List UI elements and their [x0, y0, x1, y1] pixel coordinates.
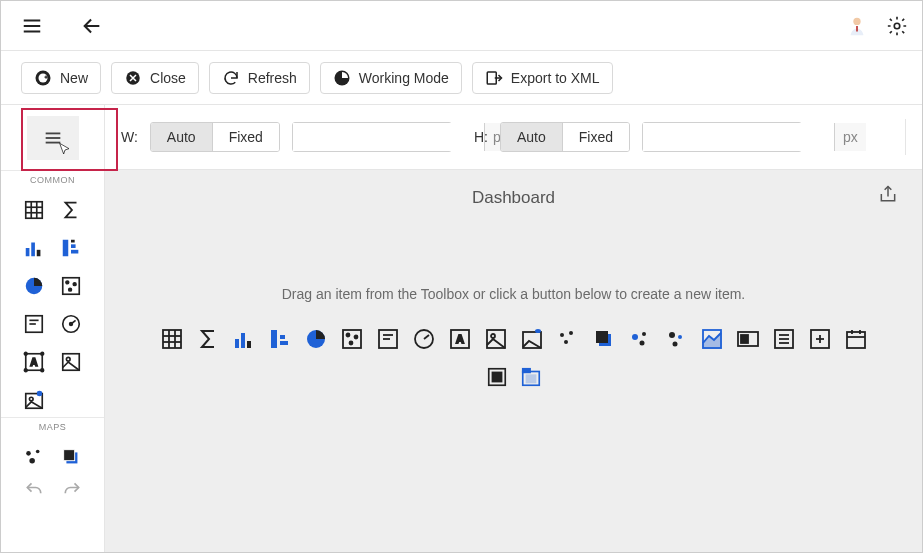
qc-sigma-icon[interactable]: [195, 326, 221, 352]
svg-point-76: [491, 334, 495, 338]
bound-image-tool-icon[interactable]: [15, 387, 53, 413]
svg-line-72: [424, 335, 429, 339]
svg-rect-61: [280, 335, 285, 339]
qc-textbox-icon[interactable]: [375, 326, 401, 352]
svg-point-49: [29, 458, 35, 464]
export-button[interactable]: Export to XML: [472, 62, 613, 94]
divider: [905, 119, 906, 155]
redo-icon[interactable]: [62, 480, 82, 500]
close-button[interactable]: Close: [111, 62, 199, 94]
qc-bound-image-icon[interactable]: [519, 326, 545, 352]
svg-point-66: [354, 336, 357, 339]
refresh-button[interactable]: Refresh: [209, 62, 310, 94]
svg-rect-106: [492, 372, 501, 381]
pie-chart-tool-icon[interactable]: [15, 273, 53, 299]
qc-tab-container-icon[interactable]: [520, 366, 542, 391]
svg-point-48: [36, 450, 40, 454]
back-icon[interactable]: [81, 15, 103, 37]
svg-point-67: [349, 342, 352, 345]
stacked-bar-tool-icon[interactable]: [53, 235, 91, 261]
canvas: Dashboard Drag an item from the Toolbox …: [105, 170, 922, 552]
svg-rect-60: [271, 330, 277, 348]
height-label: H:: [474, 129, 488, 145]
qc-area-chart-icon[interactable]: [699, 326, 725, 352]
svg-text:A: A: [30, 357, 38, 368]
working-mode-label: Working Mode: [359, 70, 449, 86]
qc-scatter-box-icon[interactable]: [339, 326, 365, 352]
new-button[interactable]: New: [21, 62, 101, 94]
qc-text-frame-icon[interactable]: A: [447, 326, 473, 352]
height-input[interactable]: [643, 123, 834, 151]
qc-grid-icon[interactable]: [159, 326, 185, 352]
undo-icon[interactable]: [24, 480, 44, 500]
qc-pie-icon[interactable]: [303, 326, 329, 352]
qc-card-icon[interactable]: [735, 326, 761, 352]
text-box-tool-icon[interactable]: [15, 311, 53, 337]
bar-chart-tool-icon[interactable]: [15, 235, 53, 261]
topbar-right: [846, 15, 908, 37]
width-label: W:: [121, 129, 138, 145]
width-input[interactable]: [293, 123, 484, 151]
sidebar-section-common: COMMON: [1, 170, 104, 189]
user-avatar[interactable]: [846, 15, 868, 37]
svg-point-28: [69, 288, 72, 291]
height-auto-button[interactable]: Auto: [501, 123, 562, 151]
svg-text:A: A: [456, 333, 464, 345]
share-icon[interactable]: [878, 184, 898, 207]
sigma-tool-icon[interactable]: [53, 197, 91, 223]
close-label: Close: [150, 70, 186, 86]
settings-icon[interactable]: [886, 15, 908, 37]
qc-gauge-icon[interactable]: [411, 326, 437, 352]
map-layers-tool-icon[interactable]: [53, 444, 91, 470]
toolbox-toggle-button[interactable]: [27, 116, 79, 160]
svg-rect-5: [856, 26, 858, 32]
svg-rect-21: [71, 244, 76, 248]
height-unit: px: [834, 123, 866, 151]
qc-add-box-icon[interactable]: [807, 326, 833, 352]
svg-point-88: [678, 335, 682, 339]
qc-stacked-bar-icon[interactable]: [267, 326, 293, 352]
svg-point-80: [569, 331, 573, 335]
svg-rect-59: [247, 341, 251, 348]
topbar: [1, 1, 922, 51]
svg-rect-25: [63, 278, 80, 295]
svg-rect-18: [31, 243, 35, 257]
gauge-tool-icon[interactable]: [53, 311, 91, 337]
qc-image-icon[interactable]: [483, 326, 509, 352]
grid-tool-icon[interactable]: [15, 197, 53, 223]
action-bar: New Close Refresh Working Mode Export to…: [1, 51, 922, 105]
scatter-box-tool-icon[interactable]: [53, 273, 91, 299]
svg-point-40: [41, 369, 44, 372]
qc-scatter-icon[interactable]: [555, 326, 581, 352]
svg-point-89: [672, 342, 677, 347]
svg-rect-83: [596, 331, 608, 343]
svg-point-85: [642, 332, 646, 336]
svg-point-86: [639, 341, 644, 346]
content: W: Auto Fixed px H: Auto Fixed px: [105, 105, 922, 552]
height-fixed-button[interactable]: Fixed: [562, 123, 629, 151]
svg-rect-19: [37, 250, 41, 256]
text-frame-tool-icon[interactable]: A: [15, 349, 53, 375]
image-tool-icon[interactable]: [53, 349, 91, 375]
qc-bar-chart-icon[interactable]: [231, 326, 257, 352]
svg-point-78: [535, 329, 541, 333]
map-scatter-tool-icon[interactable]: [15, 444, 53, 470]
menu-icon[interactable]: [21, 15, 43, 37]
svg-point-65: [346, 334, 349, 337]
canvas-title: Dashboard: [472, 188, 555, 208]
svg-marker-91: [703, 333, 721, 348]
qc-bubble2-icon[interactable]: [663, 326, 689, 352]
qc-bubble-icon[interactable]: [627, 326, 653, 352]
qc-group-icon[interactable]: [486, 366, 508, 391]
qc-list-icon[interactable]: [771, 326, 797, 352]
width-fixed-button[interactable]: Fixed: [212, 123, 279, 151]
dimension-bar: W: Auto Fixed px H: Auto Fixed px: [105, 105, 922, 170]
cursor-icon: [57, 142, 73, 158]
svg-point-81: [564, 340, 568, 344]
qc-calendar-icon[interactable]: [843, 326, 869, 352]
qc-layers-icon[interactable]: [591, 326, 617, 352]
quick-create-row: A: [159, 326, 869, 352]
working-mode-button[interactable]: Working Mode: [320, 62, 462, 94]
svg-rect-58: [241, 333, 245, 348]
width-auto-button[interactable]: Auto: [151, 123, 212, 151]
